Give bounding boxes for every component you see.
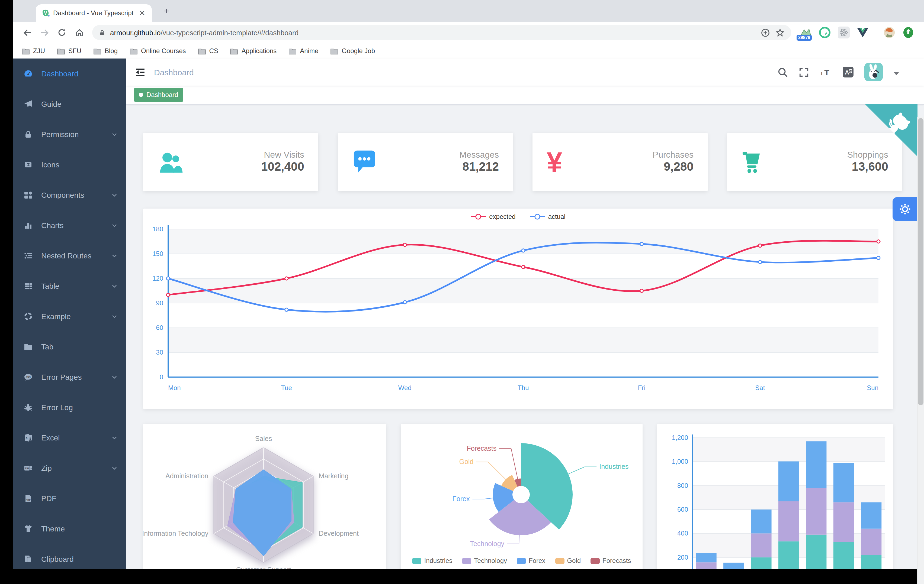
text-size-icon[interactable]: TT <box>820 67 832 77</box>
bookmark-cs[interactable]: CS <box>198 47 218 55</box>
svg-text:404: 404 <box>26 375 31 378</box>
profile-avatar[interactable] <box>883 26 895 38</box>
back-icon[interactable] <box>20 25 34 39</box>
legend-item-expected[interactable]: expected <box>471 213 515 220</box>
sidebar-item-zip[interactable]: ZIP Zip <box>13 453 126 483</box>
legend-swatch <box>555 558 564 564</box>
svg-text:Information Techology: Information Techology <box>143 530 208 537</box>
pie-legend-item-industries[interactable]: Industries <box>412 557 452 564</box>
sidebar-item-label: Error Log <box>41 403 73 412</box>
pie-chart-card: IndustriesTechnologyForexGoldForecasts I… <box>401 424 643 569</box>
sidebar-item-tab[interactable]: Tab <box>13 332 126 362</box>
sidebar-item-example[interactable]: Example <box>13 301 126 332</box>
radar-chart-card: SalesMarketingDevelopmentCustomer Suppor… <box>143 424 386 569</box>
pie-legend-item-technology[interactable]: Technology <box>462 557 507 564</box>
bookmark-blog[interactable]: Blog <box>93 47 118 55</box>
chevron-down-icon <box>111 434 118 441</box>
sidebar-item-error-log[interactable]: Error Log <box>13 392 126 423</box>
sidebar-item-error-pages[interactable]: 404 Error Pages <box>13 362 126 392</box>
sidebar-item-clipboard[interactable]: Clipboard <box>13 544 126 569</box>
sidebar-item-label: Example <box>41 312 71 321</box>
sidebar-item-label: Guide <box>41 100 61 109</box>
tags-view-bar: Dashboard <box>126 86 924 105</box>
svg-text:T: T <box>820 71 823 76</box>
bookmark-sfu[interactable]: SFU <box>57 47 81 55</box>
svg-text:Marketing: Marketing <box>319 472 349 480</box>
react-devtools-icon[interactable] <box>838 26 850 38</box>
sidebar-item-theme[interactable]: Theme <box>13 513 126 544</box>
translate-icon[interactable]: A <box>843 67 853 77</box>
grammarly-icon[interactable] <box>819 26 831 38</box>
chevron-down-icon[interactable] <box>894 72 899 75</box>
tag-dashboard[interactable]: Dashboard <box>134 88 183 102</box>
tab-title: Dashboard - Vue Typescript Ad <box>53 9 135 17</box>
sidebar-item-charts[interactable]: Charts <box>13 210 126 240</box>
home-icon[interactable] <box>72 25 86 39</box>
browser-toolbar: armour.github.io/vue-typescript-admin-te… <box>13 22 924 43</box>
bookmark-anime[interactable]: Anime <box>289 47 318 55</box>
svg-text:Industries: Industries <box>599 463 629 470</box>
new-tab-button[interactable]: + <box>160 5 172 17</box>
pie-legend-item-gold[interactable]: Gold <box>555 557 581 564</box>
error-pages-icon: 404 <box>24 373 33 382</box>
reload-icon[interactable] <box>55 25 69 39</box>
gear-icon <box>899 202 911 216</box>
pie-legend-item-forex[interactable]: Forex <box>517 557 545 564</box>
bookmark-zju[interactable]: ZJU <box>22 47 45 55</box>
sidebar-item-table[interactable]: Table <box>13 271 126 301</box>
components-icon <box>24 191 33 199</box>
shopping-cart-icon <box>741 150 766 174</box>
folder-icon <box>230 48 238 54</box>
sidebar-item-nested-routes[interactable]: Nested Routes <box>13 240 126 271</box>
sidebar-item-components[interactable]: Components <box>13 180 126 210</box>
browser-tab[interactable]: V TS Dashboard - Vue Typescript Ad ✕ <box>36 4 152 22</box>
bookmark-applications[interactable]: Applications <box>230 47 277 55</box>
clipboard-icon <box>24 555 33 563</box>
fullscreen-icon[interactable] <box>799 67 809 77</box>
sidebar-item-permission[interactable]: Permission <box>13 119 126 150</box>
sidebar-item-dashboard[interactable]: Dashboard <box>13 59 126 89</box>
chrome-update-icon[interactable] <box>902 26 914 38</box>
sidebar-item-pdf[interactable]: PDF PDF <box>13 483 126 513</box>
stat-label: New Visits <box>264 150 304 159</box>
legend-swatch <box>591 558 600 564</box>
vue-favicon: V TS <box>41 9 50 17</box>
forward-icon[interactable] <box>38 25 51 39</box>
page-scrollbar[interactable] <box>917 117 924 584</box>
scrollbar-thumb[interactable] <box>918 118 924 405</box>
settings-gear-button[interactable] <box>893 197 917 221</box>
user-avatar[interactable] <box>865 63 883 81</box>
sidebar-item-excel[interactable]: X Excel <box>13 423 126 453</box>
folder-icon <box>198 48 206 54</box>
bookmark-google-job[interactable]: Google Job <box>330 47 375 55</box>
stat-card-new-visits[interactable]: New Visits 102,400 <box>143 133 318 191</box>
sidebar-item-icons[interactable]: Icons <box>13 150 126 180</box>
money-icon: ¥ <box>546 148 562 176</box>
extension-mail-icon[interactable]: 29879 <box>800 26 812 38</box>
tab-close-icon[interactable]: ✕ <box>138 9 147 17</box>
svg-text:Forex: Forex <box>452 495 470 502</box>
vue-devtools-icon[interactable] <box>857 26 869 38</box>
search-icon[interactable] <box>777 67 788 77</box>
sidebar-item-label: Dashboard <box>41 69 78 78</box>
line-chart-legend: expectedactual <box>143 213 893 220</box>
pie-legend-item-forecasts[interactable]: Forecasts <box>591 557 631 564</box>
legend-item-actual[interactable]: actual <box>530 213 566 220</box>
folder-icon <box>330 48 338 54</box>
svg-text:A: A <box>845 69 849 76</box>
stat-card-messages[interactable]: Messages 81,212 <box>338 133 513 191</box>
svg-text:Forecasts: Forecasts <box>467 444 497 452</box>
svg-text:TS: TS <box>48 15 50 17</box>
zoom-plus-icon[interactable] <box>761 28 770 37</box>
svg-text:Thu: Thu <box>518 384 529 392</box>
hamburger-icon[interactable] <box>135 67 145 77</box>
bookmark-star-icon[interactable] <box>776 28 785 37</box>
url-bar[interactable]: armour.github.io/vue-typescript-admin-te… <box>92 25 791 40</box>
github-corner-ribbon[interactable] <box>865 104 917 156</box>
bookmarks-bar: ZJU SFU Blog Online Courses CS Applicati… <box>13 43 924 59</box>
bookmark-online-courses[interactable]: Online Courses <box>130 47 186 55</box>
theme-icon <box>24 525 33 533</box>
stat-card-purchases[interactable]: ¥ Purchases 9,280 <box>533 133 708 191</box>
svg-text:0: 0 <box>160 373 163 380</box>
sidebar-item-guide[interactable]: Guide <box>13 89 126 119</box>
